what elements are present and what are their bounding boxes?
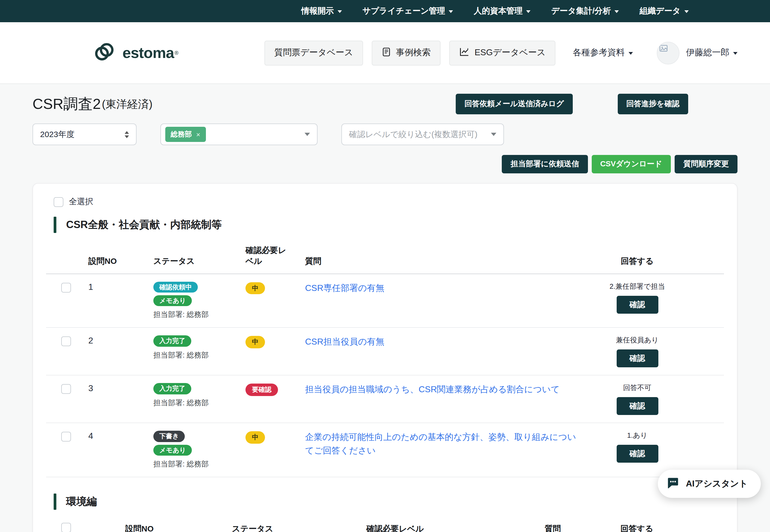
department-label: 担当部署: 総務部: [153, 398, 209, 408]
ai-assistant-button[interactable]: AIアシスタント: [658, 470, 761, 498]
questionnaire-database-label: 質問票データベース: [274, 47, 353, 59]
confirm-button[interactable]: 確認: [616, 350, 658, 368]
department-multiselect[interactable]: 総務部 ×: [160, 124, 318, 145]
confirm-button[interactable]: 確認: [616, 296, 658, 313]
question-no: 2: [88, 336, 153, 346]
level-badge: 中: [245, 432, 265, 444]
nav-item-label: 組織データ: [640, 6, 681, 16]
fiscal-year-value: 2023年度: [40, 129, 75, 140]
column-header-answer: 回答する: [620, 524, 724, 532]
section-title: CSR全般・社会貢献・内部統制等: [66, 218, 222, 232]
nav-item-label: 人的資本管理: [474, 6, 523, 16]
chat-bubble-icon: [665, 475, 681, 492]
line-chart-icon: [459, 46, 470, 59]
esg-database-label: ESGデータベース: [474, 47, 546, 59]
user-menu[interactable]: 伊藤総一郎: [657, 41, 737, 64]
answer-note: 回答不可: [599, 383, 675, 393]
title-row: CSR調査2 (東洋経済) 回答依頼メール送信済みログ 回答進捗を確認: [33, 94, 737, 114]
column-header-question: 質問: [305, 256, 599, 267]
actions-row: 担当部署に依頼送信 CSVダウンロード 質問順序変更: [33, 155, 737, 173]
sent-mail-log-button[interactable]: 回答依頼メール送信済みログ: [456, 94, 572, 114]
header-actions: 質問票データベース 事例検索: [264, 40, 737, 65]
confirm-button[interactable]: 確認: [616, 445, 658, 463]
reference-materials-dropdown[interactable]: 各種参考資料: [573, 47, 633, 59]
select-all-checkbox[interactable]: [54, 197, 63, 207]
status-badge: 入力完了: [153, 383, 191, 394]
nav-item-org-data[interactable]: 組織データ: [640, 6, 689, 16]
nav-item-disclosure[interactable]: 情報開示: [301, 6, 342, 16]
table-body: 1確認依頼中メモあり担当部署: 総務部中CSR専任部署の有無2.兼任部署で担当確…: [46, 274, 724, 477]
column-header-answer: 回答する: [599, 256, 724, 267]
case-search-label: 事例検索: [396, 47, 431, 59]
answer-note: 1.あり: [599, 431, 675, 441]
level-badge: 中: [245, 282, 265, 294]
question-link[interactable]: 担当役員の担当職域のうち、CSR関連業務が占める割合について: [305, 383, 599, 397]
department-label: 担当部署: 総務部: [153, 310, 209, 320]
logo-text: estoma: [122, 44, 174, 61]
level-badge: 要確認: [245, 384, 278, 396]
table-header: 設問NO ステータス 確認必要レベル 質問 回答する: [46, 245, 724, 274]
department-label: 担当部署: 総務部: [153, 459, 209, 469]
tag-remove-icon[interactable]: ×: [196, 130, 200, 138]
logo-registered-mark: ®: [174, 50, 179, 56]
main-content: CSR調査2 (東洋経済) 回答依頼メール送信済みログ 回答進捗を確認 2023…: [0, 84, 770, 532]
broken-image-icon: [659, 44, 668, 52]
status-badge: メモあり: [153, 295, 192, 306]
chevron-down-icon: [491, 133, 496, 136]
answer-note: 2.兼任部署で担当: [599, 281, 675, 291]
nav-item-label: データ集計/分析: [551, 6, 611, 16]
level-filter-placeholder: 確認レベルで絞り込む(複数選択可): [349, 129, 477, 140]
reference-materials-label: 各種参考資料: [573, 47, 625, 59]
change-question-order-button[interactable]: 質問順序変更: [675, 155, 737, 173]
chevron-down-icon: [615, 10, 619, 13]
column-header-no: 設問NO: [88, 256, 153, 267]
department-tag-label: 総務部: [171, 129, 192, 139]
question-no: 4: [88, 431, 153, 441]
question-link[interactable]: CSR担当役員の有無: [305, 336, 599, 349]
chevron-down-icon: [449, 10, 453, 13]
chevron-down-icon: [526, 10, 531, 13]
nav-item-label: 情報開示: [301, 6, 334, 16]
answer-progress-button[interactable]: 回答進捗を確認: [617, 94, 688, 114]
department-label: 担当部署: 総務部: [153, 350, 209, 360]
column-header-question: 質問: [545, 524, 620, 532]
page-title-suffix: (東洋経済): [102, 97, 153, 111]
case-search-button[interactable]: 事例検索: [371, 40, 440, 65]
column-header-no: 設問NO: [125, 524, 232, 532]
department-tag[interactable]: 総務部 ×: [165, 127, 206, 142]
row-checkbox[interactable]: [61, 384, 71, 394]
esg-database-button[interactable]: ESGデータベース: [449, 40, 555, 65]
nav-item-supply-chain[interactable]: サプライチェーン管理: [363, 6, 453, 16]
confirm-button[interactable]: 確認: [616, 397, 658, 415]
question-link[interactable]: 企業の持続可能性向上のための基本的な方針、姿勢、取り組みについてご回答ください: [305, 431, 599, 458]
nav-item-human-capital[interactable]: 人的資本管理: [474, 6, 531, 16]
questionnaire-database-button[interactable]: 質問票データベース: [264, 40, 363, 65]
section-bar: [54, 217, 56, 233]
row-checkbox[interactable]: [61, 337, 71, 346]
question-no: 3: [88, 383, 153, 394]
estoma-logo[interactable]: estoma ®: [92, 39, 179, 66]
send-request-button[interactable]: 担当部署に依頼送信: [502, 155, 588, 173]
csv-download-button[interactable]: CSVダウンロード: [591, 155, 671, 173]
nav-item-label: サプライチェーン管理: [363, 6, 445, 16]
page-title: CSR調査2: [33, 94, 101, 114]
app-header: estoma ® 質問票データベース 事例検索: [0, 22, 770, 84]
select-all-label: 全選択: [69, 197, 93, 207]
select-all-row: 全選択: [46, 197, 724, 207]
row-checkbox[interactable]: [61, 283, 71, 292]
section-header-environment: 環境編: [46, 494, 724, 510]
select-section-checkbox[interactable]: [61, 523, 71, 532]
nav-item-data-analysis[interactable]: データ集計/分析: [551, 6, 619, 16]
column-header-status: ステータス: [232, 524, 366, 532]
top-navigation: 情報開示 サプライチェーン管理 人的資本管理 データ集計/分析 組織データ: [0, 0, 770, 22]
row-checkbox[interactable]: [61, 432, 71, 442]
confirmation-level-filter[interactable]: 確認レベルで絞り込む(複数選択可): [341, 124, 504, 145]
column-header-level: 確認必要レベル: [245, 245, 305, 267]
status-badge: 確認依頼中: [153, 281, 198, 293]
table-row: 2入力完了担当部署: 総務部中CSR担当役員の有無兼任役員あり確認: [46, 328, 724, 376]
fiscal-year-select[interactable]: 2023年度: [33, 124, 137, 145]
section-header-csr: CSR全般・社会貢献・内部統制等: [46, 217, 724, 233]
chevron-down-icon: [338, 10, 342, 13]
journal-icon: [381, 47, 391, 59]
question-link[interactable]: CSR専任部署の有無: [305, 281, 599, 295]
